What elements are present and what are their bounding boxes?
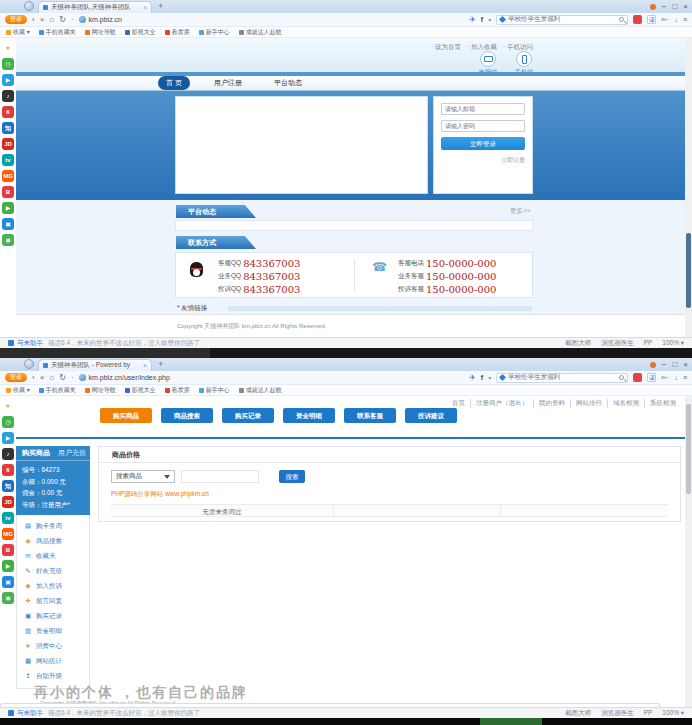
speed-mode-icon[interactable] [650, 362, 656, 368]
sidebar-menu-item[interactable]: ◉ 商品搜索 [17, 534, 89, 549]
browser-tab[interactable]: 天猫神券团队 - Powered by × [38, 359, 152, 371]
shortcut-icon[interactable]: ▣ [2, 218, 14, 230]
shortcut-icon[interactable]: ▶ [2, 74, 14, 86]
quick-link[interactable]: · 设为首页 [431, 43, 461, 52]
sidebar-menu-item[interactable]: ▤ 购卡查询 [17, 519, 89, 534]
product-search-input[interactable] [181, 470, 259, 483]
promo-link[interactable]: PHP源码分享网站 www.phpkm.cn [111, 490, 668, 499]
shortcut-icon[interactable]: ▣ [2, 576, 14, 588]
browser-tab[interactable]: 天猫神券团队,天猫神券团队 × [38, 1, 152, 13]
maximize-button[interactable]: □ [672, 358, 677, 371]
scrollbar[interactable] [685, 396, 692, 707]
shortcut-icon[interactable]: MG [2, 170, 14, 182]
translate-icon[interactable]: 译 [647, 373, 656, 382]
bookmark-item[interactable]: 影视大全 [125, 28, 156, 37]
status-tool-item[interactable]: 截图大师 [565, 339, 591, 348]
search-icon[interactable] [619, 17, 624, 22]
shortcut-icon[interactable]: 6 [2, 464, 14, 476]
shortcut-icon[interactable]: ◉ [2, 592, 14, 604]
more-link[interactable]: 更多>> [510, 207, 531, 216]
sidebar-menu-item[interactable]: ★ 消费中心 [17, 639, 89, 654]
nav-dropdown-icon[interactable]: · [71, 13, 74, 27]
screenshot-icon[interactable]: ✂· [661, 16, 669, 24]
action-button[interactable]: 投诉建议 [405, 408, 457, 423]
password-field[interactable] [441, 120, 525, 132]
shortcut-icon[interactable]: B [2, 544, 14, 556]
user-avatar[interactable] [24, 359, 34, 369]
status-tool-item[interactable]: 浏览器医生 [601, 709, 634, 718]
bookmark-item[interactable]: 成就达人起航 [239, 28, 282, 37]
sidebar-menu-item[interactable]: ↥ 自助升级 [17, 669, 89, 684]
close-button[interactable]: × [683, 0, 688, 13]
sidebar-menu-item[interactable]: ▥ 资金明细 [17, 624, 89, 639]
home-icon[interactable]: ⌂ [49, 371, 54, 385]
action-button[interactable]: 购买商品 [100, 408, 152, 423]
shortcut-icon[interactable]: tv [2, 512, 14, 524]
scrollbar[interactable] [685, 38, 692, 337]
download-icon[interactable]: ↓ [674, 374, 678, 381]
account-link[interactable]: 域名检测 [607, 399, 644, 408]
menu-icon[interactable]: ≡ [683, 16, 687, 23]
forward-icon[interactable]: × [40, 13, 45, 27]
f-shortcut-icon[interactable]: f [481, 16, 483, 23]
shortcut-icon[interactable]: 知 [2, 122, 14, 134]
forward-icon[interactable]: × [40, 371, 45, 385]
account-link[interactable]: 首页 [447, 399, 470, 408]
status-tool-item[interactable]: PP [644, 339, 653, 348]
bookmark-item[interactable]: 新手中心 [199, 386, 230, 395]
action-button[interactable]: 资金明细 [283, 408, 335, 423]
maximize-button[interactable]: □ [672, 0, 677, 13]
shortcut-icon[interactable]: tv [2, 154, 14, 166]
account-link[interactable]: 我的资料 [533, 399, 570, 408]
extension-icon[interactable] [633, 373, 642, 382]
screenshot-icon[interactable]: ✂· [661, 374, 669, 382]
bookmark-item[interactable]: 看发票 [165, 386, 190, 395]
shortcut-icon[interactable]: ◷ [2, 416, 14, 428]
shortcut-icon[interactable]: ◷ [2, 58, 14, 70]
back-icon[interactable]: ‹ [32, 371, 35, 385]
home-icon[interactable]: ⌂ [49, 13, 54, 27]
bookmark-item[interactable]: 网址导航 [85, 386, 116, 395]
shortcut-icon[interactable]: ★ [2, 42, 14, 54]
sidebar-menu-item[interactable]: ◆ 加入投诉 [17, 579, 89, 594]
refresh-icon[interactable]: ↻ [59, 13, 66, 27]
sidebar-menu-item[interactable]: ✚ 留言回复 [17, 594, 89, 609]
new-tab-button[interactable]: + [158, 1, 163, 12]
status-tool-item[interactable]: 浏览器医生 [601, 339, 634, 348]
register-link[interactable]: 立即注册 [441, 156, 525, 165]
status-tool-item[interactable]: 100% ▾ [662, 709, 684, 718]
bookmark-item[interactable]: 收藏 ▾ [6, 28, 30, 37]
bookmark-item[interactable]: 看发票 [165, 28, 190, 37]
user-avatar[interactable] [24, 1, 34, 11]
chevron-down-icon[interactable]: ▾ [488, 374, 491, 381]
account-link[interactable]: 系统检测 [644, 399, 681, 408]
tab-recharge[interactable]: 用户充值 [58, 448, 86, 458]
sidebar-menu-item[interactable]: ▣ 购买记录 [17, 609, 89, 624]
shortcut-icon[interactable]: ▶ [2, 432, 14, 444]
new-tab-button[interactable]: + [158, 359, 163, 370]
login-pill-button[interactable]: 登录 [5, 373, 27, 382]
search-submit-button[interactable]: 搜索 [279, 470, 305, 483]
bookmark-item[interactable]: 手机收藏夹 [39, 28, 76, 37]
chevron-down-icon[interactable]: ▾ [488, 16, 491, 23]
shortcut-icon[interactable]: ♪ [2, 90, 14, 102]
minimize-button[interactable]: − [662, 0, 667, 13]
assistant-label[interactable]: 与未助手 [17, 339, 43, 348]
address-bar[interactable]: km.pbiz.cn/user/index.php [79, 374, 229, 381]
bookmark-item[interactable]: 新手中心 [199, 28, 230, 37]
email-field[interactable] [441, 103, 525, 115]
search-input[interactable]: 学校给学生发福利 [496, 373, 628, 383]
send-icon[interactable]: ✈ [469, 373, 476, 382]
nav-tab[interactable]: 平台动态 [266, 76, 310, 90]
search-input[interactable]: 学校给学生发福利 [496, 15, 628, 25]
login-button[interactable]: 立即登录 [441, 137, 525, 150]
scrollbar-thumb[interactable] [686, 233, 691, 308]
sidebar-menu-item[interactable]: ✉ 收藏夹 [17, 549, 89, 564]
action-button[interactable]: 购买记录 [222, 408, 274, 423]
shortcut-icon[interactable]: ▶ [2, 560, 14, 572]
status-tool-item[interactable]: 100% ▾ [662, 339, 684, 348]
nav-tab[interactable]: 首 页 [158, 76, 190, 90]
bookmark-item[interactable]: 手机收藏夹 [39, 386, 76, 395]
bookmark-item[interactable]: 收藏 ▾ [6, 386, 30, 395]
bookmark-item[interactable]: 网址导航 [85, 28, 116, 37]
